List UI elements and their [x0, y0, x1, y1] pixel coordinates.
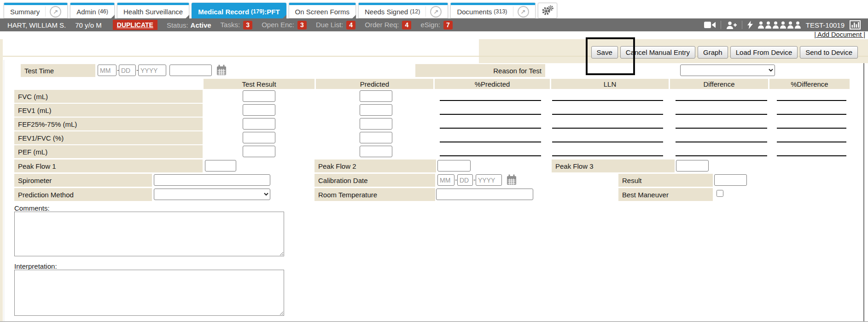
tab-list: Summary↗Admin(46)Health SurveillanceMedi… — [4, 3, 538, 18]
lightning-bolt-icon[interactable] — [747, 21, 753, 29]
predicted-input-fvc-ml[interactable] — [360, 90, 392, 102]
patient-counters: Tasks:3Open Enc:3Due List:4Order Req:4eS… — [211, 21, 453, 30]
predicted-input-fev1-fvc[interactable] — [360, 132, 392, 143]
percent-difference-value-line-fvc-ml — [777, 100, 846, 101]
save-button[interactable]: Save — [591, 46, 618, 59]
patient-id: TEST-10019 — [806, 21, 845, 29]
peak-flow-2-input[interactable] — [437, 160, 471, 171]
spirometer-input[interactable] — [154, 174, 270, 186]
best-maneuver-checkbox[interactable] — [717, 190, 723, 197]
counter-label-tasks: Tasks: — [221, 21, 240, 29]
calibration-month-input[interactable] — [437, 174, 454, 186]
tab-label: Summary — [10, 8, 40, 16]
tab-label: Admin — [76, 8, 96, 16]
tab-separator — [45, 6, 46, 17]
person-plus-icon[interactable] — [726, 21, 737, 29]
person-icon[interactable] — [787, 21, 793, 29]
counter-badge-order-req[interactable]: 4 — [402, 21, 411, 30]
counter-label-open-enc: Open Enc: — [262, 21, 294, 29]
spirometer-label-cell: Spirometer — [14, 174, 152, 187]
room-temperature-input[interactable] — [436, 189, 533, 200]
tab-label: Needs Signed — [365, 8, 408, 16]
census-person-icons[interactable] — [758, 21, 801, 29]
row-label-fev1-fvc: FEV1/FVC (%) — [14, 131, 203, 144]
gears-icon — [541, 5, 554, 16]
divider — [742, 21, 742, 29]
counter-badge-due-list[interactable]: 4 — [346, 21, 355, 30]
counter-badge-open-enc[interactable]: 3 — [297, 21, 307, 30]
percent-predicted-value-line-pef-ml — [440, 155, 541, 156]
bar-chart-icon[interactable] — [850, 20, 861, 30]
counter-label-esign: eSign: — [420, 21, 440, 29]
popout-icon[interactable]: ↗ — [518, 6, 529, 18]
date-separator: - — [455, 176, 457, 183]
predicted-input-fev1-ml[interactable] — [360, 104, 392, 116]
tab-medical-record[interactable]: Medical Record(179):PFT — [192, 3, 286, 18]
row-label-fvc-ml: FVC (mL) — [14, 90, 203, 103]
predicted-input-pef-ml[interactable] — [360, 146, 392, 157]
test-date-day-input[interactable] — [119, 65, 136, 76]
best-maneuver-label-cell: Best Maneuver — [618, 188, 713, 201]
graph-button[interactable]: Graph — [698, 46, 728, 59]
patient-bar: HART, WILLIAM S. 70 y/o M DUPLICATE Stat… — [0, 18, 868, 31]
test-date-month-input[interactable] — [98, 65, 117, 76]
person-icon[interactable] — [765, 21, 771, 29]
popout-icon[interactable]: ↗ — [50, 6, 61, 18]
tab-needs-signed[interactable]: Needs Signed(12)↗ — [358, 3, 448, 18]
person-icon[interactable] — [780, 21, 786, 29]
counter-badge-esign[interactable]: 7 — [443, 21, 453, 30]
calendar-icon[interactable] — [507, 174, 517, 185]
test-result-input-fev1-fvc[interactable] — [243, 132, 275, 143]
test-result-input-fvc-ml[interactable] — [243, 90, 275, 102]
send-to-device-button[interactable]: Send to Device — [800, 46, 858, 59]
tab-health-surveillance[interactable]: Health Surveillance — [117, 3, 189, 18]
reason-for-test-label: Reason for Test — [493, 67, 542, 75]
video-camera-icon[interactable] — [704, 21, 716, 29]
add-document-link[interactable]: | Add Document | — [814, 31, 865, 38]
duplicate-badge[interactable]: DUPLICATE — [113, 20, 157, 30]
counter-label-order-req: Order Req: — [365, 21, 399, 29]
patient-name: HART, WILLIAM S. — [7, 21, 66, 29]
person-icon[interactable] — [758, 21, 764, 29]
test-result-input-fef25-75-ml[interactable] — [243, 118, 275, 130]
test-result-input-pef-ml[interactable] — [243, 146, 275, 157]
peak-flow-3-input[interactable] — [676, 160, 709, 171]
tab-summary[interactable]: Summary↗ — [4, 3, 68, 18]
peak-flow-1-input[interactable] — [205, 160, 236, 171]
tab-on-screen-forms[interactable]: On Screen Forms — [289, 3, 356, 18]
patient-bar-icons: TEST-10019 — [704, 20, 861, 30]
tab-admin[interactable]: Admin(46) — [70, 3, 115, 18]
test-time-label: Test Time — [24, 67, 54, 75]
comments-textarea[interactable] — [14, 212, 284, 256]
test-date-year-input[interactable] — [138, 65, 166, 76]
cancel-manual-entry-button[interactable]: Cancel Manual Entry — [620, 46, 695, 59]
predicted-input-fef25-75-ml[interactable] — [360, 118, 392, 130]
test-time-input[interactable] — [169, 65, 212, 76]
person-icon[interactable] — [773, 21, 779, 29]
tab-separator — [513, 6, 513, 17]
status-value: Active — [191, 21, 211, 29]
tab-documents[interactable]: Documents(313)↗ — [450, 3, 535, 18]
toolbar: SaveCancel Manual EntryGraphLoad From De… — [591, 46, 858, 59]
row-label-pef-ml: PEF (mL) — [14, 145, 203, 158]
patient-demographics: 70 y/o M — [75, 21, 102, 29]
column-header-predicted: %Predicted — [435, 79, 550, 89]
result-input[interactable] — [714, 174, 747, 186]
counter-badge-tasks[interactable]: 3 — [243, 21, 252, 30]
tab-count: (179) — [251, 8, 264, 15]
settings-tab-button[interactable] — [538, 3, 557, 18]
calendar-icon[interactable] — [216, 65, 227, 76]
popout-icon[interactable]: ↗ — [430, 6, 442, 18]
calibration-year-input[interactable] — [476, 174, 502, 186]
room-temperature-label: Room Temperature — [318, 191, 377, 199]
panel-bottom-border — [0, 321, 868, 322]
calibration-day-input[interactable] — [457, 174, 473, 186]
tab-count: (313) — [494, 8, 507, 15]
load-from-device-button[interactable]: Load From Device — [730, 46, 798, 59]
interpretation-textarea[interactable] — [14, 270, 284, 316]
prediction-method-select[interactable] — [154, 189, 270, 200]
interpretation-label: Interpretation: — [14, 262, 57, 270]
reason-for-test-select[interactable] — [680, 65, 775, 76]
person-icon[interactable] — [795, 21, 801, 29]
test-result-input-fev1-ml[interactable] — [243, 104, 275, 116]
